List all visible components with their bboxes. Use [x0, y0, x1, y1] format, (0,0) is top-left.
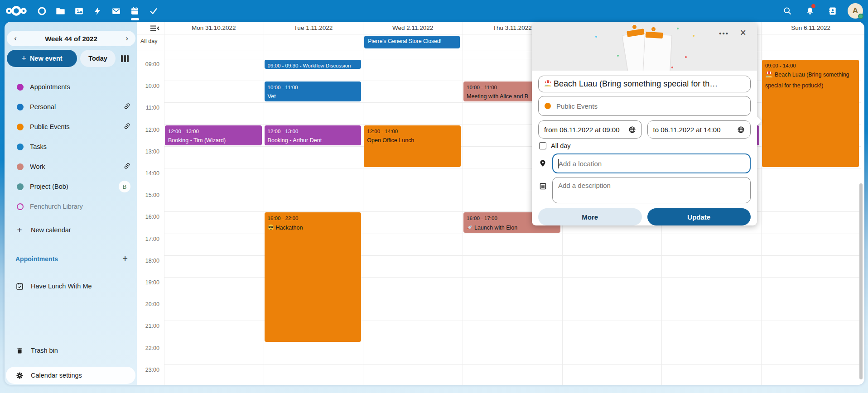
calendar-sidebar: ‹ Week 44 of 2022 › +New event Today App… — [5, 22, 137, 385]
new-calendar-button[interactable]: +New calendar — [5, 221, 137, 239]
calendar-item[interactable]: Project (Bob)B — [5, 177, 137, 196]
trash-bin-button[interactable]: Trash bin — [5, 341, 137, 359]
shared-link-icon[interactable] — [124, 163, 130, 171]
contacts-icon[interactable] — [824, 0, 842, 22]
dashboard-icon[interactable] — [33, 0, 51, 22]
calendar-color-dot — [17, 144, 24, 150]
end-datetime-field[interactable]: to 06.11.2022 at 14:00 — [647, 120, 751, 139]
column-border — [264, 22, 264, 385]
next-week-button[interactable]: › — [121, 33, 133, 44]
shared-link-icon[interactable] — [124, 103, 130, 111]
previous-week-button[interactable]: ‹ — [10, 33, 21, 44]
calendar-event[interactable]: 12:00 - 13:00Booking - Arthur Dent — [265, 125, 362, 145]
add-appointment-config-button[interactable]: + — [122, 254, 128, 264]
time-label: 09:00 — [137, 61, 159, 67]
checkbox-unchecked[interactable] — [539, 142, 546, 149]
calendar-icon[interactable] — [125, 0, 144, 22]
notifications-bell-icon[interactable] — [801, 0, 819, 22]
time-label: 21:00 — [137, 323, 159, 329]
nextcloud-logo[interactable] — [0, 0, 33, 22]
mail-icon[interactable] — [107, 0, 125, 22]
trash-icon — [15, 347, 24, 355]
calendar-color-dot — [17, 203, 24, 210]
shared-user-avatar: B — [119, 181, 130, 192]
time-label: 22:00 — [137, 345, 159, 351]
calendar-event[interactable]: 12:00 - 13:00Booking - Tim (Wizard) — [165, 125, 262, 145]
more-actions-icon[interactable]: ••• — [719, 29, 729, 37]
tasks-icon[interactable] — [144, 0, 163, 22]
calendar-color-dot — [17, 84, 24, 91]
all-day-label: All day — [140, 38, 158, 44]
sunglasses-emoji-icon — [268, 224, 274, 234]
event-title-input[interactable]: Beach Luau (Bring something special for … — [538, 76, 751, 92]
update-button[interactable]: Update — [647, 208, 751, 225]
plus-icon: + — [15, 225, 24, 235]
calendar-event[interactable]: 09:00 - 14:00Beach Luau (Bring something… — [762, 60, 859, 167]
time-label: 17:00 — [137, 236, 159, 242]
day-header[interactable]: Tue 1.11.2022 — [264, 22, 363, 34]
day-header[interactable]: Mon 31.10.2022 — [164, 22, 264, 34]
start-datetime-field[interactable]: from 06.11.2022 at 09:00 — [538, 120, 642, 139]
event-editor-popup: ••• × Beach Luau (Bring something specia… — [532, 22, 757, 225]
day-header[interactable]: Wed 2.11.2022 — [363, 22, 463, 34]
time-label: 13:00 — [137, 149, 159, 155]
time-label: 20:00 — [137, 301, 159, 307]
appointments-heading: Appointments — [15, 255, 122, 263]
timezone-globe-icon[interactable] — [628, 126, 636, 134]
notification-badge — [811, 4, 815, 8]
photos-icon[interactable] — [70, 0, 88, 22]
time-label: 18:00 — [137, 258, 159, 264]
calendar-color-dot — [545, 103, 551, 109]
calendar-settings-button[interactable]: Calendar settings — [6, 367, 135, 384]
time-label: 15:00 — [137, 192, 159, 198]
view-switcher-icon[interactable] — [121, 55, 129, 62]
day-header[interactable]: Sun 6.11.2022 — [761, 22, 861, 34]
calendar-select[interactable]: Public Events — [538, 96, 751, 116]
collapse-sidebar-icon[interactable] — [149, 25, 159, 32]
activity-icon[interactable] — [88, 0, 107, 22]
user-avatar[interactable]: A — [846, 0, 864, 22]
timezone-globe-icon[interactable] — [737, 126, 745, 134]
status-online-dot — [858, 14, 863, 19]
more-button[interactable]: More — [538, 208, 642, 225]
calendar-item-label: Work — [30, 163, 124, 170]
calendar-item[interactable]: Appointments — [5, 77, 137, 97]
time-label: 12:00 — [137, 127, 159, 133]
appointment-item[interactable]: Have Lunch With Me — [5, 277, 137, 295]
calendar-event[interactable]: 09:00 - 09:30 - Workflow Discussion — [265, 60, 362, 69]
calendar-check-icon — [15, 283, 24, 290]
all-day-event[interactable]: Pierre's General Store Closed! — [364, 36, 460, 48]
calendar-event[interactable]: 12:00 - 14:00Open Office Lunch — [364, 125, 461, 167]
vertical-scrollbar[interactable] — [859, 183, 863, 379]
plus-icon: + — [21, 54, 26, 63]
calendar-item-label: Project (Bob) — [30, 183, 119, 190]
shared-link-icon[interactable] — [124, 123, 130, 131]
calendar-event[interactable]: 16:00 - 22:00Hackathon — [265, 212, 362, 341]
calendar-item-label: Fenchurch Library — [30, 203, 130, 210]
time-label: 19:00 — [137, 279, 159, 286]
column-border — [363, 22, 363, 385]
calendar-item[interactable]: Work — [5, 157, 137, 177]
files-icon[interactable] — [51, 0, 70, 22]
calendar-item[interactable]: Public Events — [5, 117, 137, 137]
location-pin-icon — [538, 153, 547, 168]
new-event-button[interactable]: +New event — [7, 50, 77, 67]
week-navigation: ‹ Week 44 of 2022 › — [7, 31, 135, 46]
calendar-item[interactable]: Fenchurch Library — [5, 196, 137, 216]
calendar-item[interactable]: Personal — [5, 97, 137, 117]
description-input[interactable]: Add a description — [552, 177, 751, 203]
calendar-color-dot — [17, 124, 24, 130]
gear-icon — [15, 372, 24, 379]
beach-umbrella-emoji-icon — [544, 79, 552, 89]
location-input[interactable]: Add a location — [552, 153, 751, 173]
all-day-checkbox[interactable]: All day — [539, 142, 751, 149]
calendar-item[interactable]: Tasks — [5, 137, 137, 157]
search-icon[interactable] — [778, 0, 796, 22]
calendar-event[interactable]: 10:00 - 11:00Vet — [265, 81, 362, 101]
appointments-section: Appointments + — [5, 254, 137, 264]
popup-illustration: ••• × — [532, 22, 757, 71]
calendar-item-label: Tasks — [30, 143, 130, 150]
calendar-item-label: Appointments — [30, 83, 130, 91]
close-icon[interactable]: × — [740, 27, 746, 39]
today-button[interactable]: Today — [80, 50, 116, 67]
